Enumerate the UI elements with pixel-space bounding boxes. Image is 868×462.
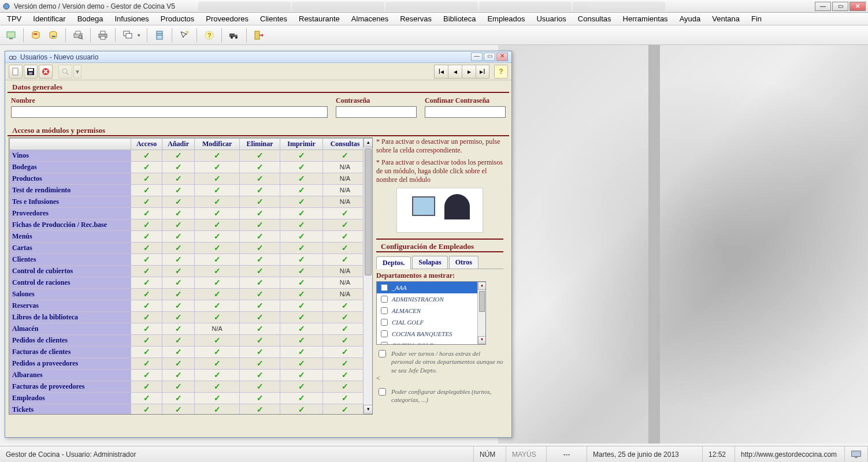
table-row[interactable]: Almacén✓✓N/A✓✓✓ [10,323,368,335]
nav-last-button[interactable]: ▸I [476,65,489,79]
permission-cell[interactable]: ✓ [240,173,280,185]
table-row[interactable]: Vinos✓✓✓✓✓✓ [10,150,368,162]
departamentos-list[interactable]: _AAAADMINISTRACIONALMACENCIAL GOLFCOCINA… [376,281,486,345]
permission-cell[interactable]: ✓ [131,393,162,404]
permission-cell[interactable]: ✓ [195,404,240,415]
toolbar-windows-icon[interactable] [120,28,135,43]
permission-cell[interactable]: ✓ [131,289,162,300]
table-row[interactable]: Clientes✓✓✓✓✓✓ [10,254,368,266]
permission-cell[interactable]: ✓ [323,358,368,370]
permission-cell[interactable]: ✓ [240,231,280,243]
table-row[interactable]: Libros de la biblioteca✓✓✓✓✓✓ [10,312,368,323]
permission-cell[interactable]: ✓ [131,323,162,335]
permission-cell[interactable]: ✓ [240,312,280,323]
permission-cell[interactable]: ✓ [240,381,280,393]
confirmar-input[interactable] [425,106,506,118]
dept-checkbox[interactable] [381,284,388,291]
permission-cell[interactable]: ✓ [162,312,195,323]
menu-identificar[interactable]: Identificar [27,13,71,25]
menu-restaurante[interactable]: Restaurante [293,13,346,25]
toolbar-help-icon[interactable]: ? [202,28,217,43]
permission-cell[interactable]: ✓ [280,300,323,312]
permission-cell[interactable]: ✓ [323,370,368,381]
menu-ventana[interactable]: Ventana [706,13,745,25]
permission-cell[interactable]: ✓ [280,404,323,415]
permission-cell[interactable]: ✓ [195,208,240,219]
permission-cell[interactable]: ✓ [280,185,323,196]
module-name-cell[interactable]: Pedidos de clientes [10,335,131,346]
permission-cell[interactable]: ✓ [162,381,195,393]
inner-close-button[interactable]: ✕ [496,53,508,61]
permission-cell[interactable]: ✓ [323,254,368,266]
permission-cell[interactable]: ✓ [131,300,162,312]
module-name-cell[interactable]: Pedidos a proveedores [10,358,131,370]
permission-cell[interactable]: ✓ [240,300,280,312]
module-name-cell[interactable]: Reservas [10,300,131,312]
permission-cell[interactable]: ✓ [195,173,240,185]
permission-cell[interactable]: ✓ [162,219,195,231]
module-name-cell[interactable]: Proveedores [10,208,131,219]
users-window-titlebar[interactable]: Usuarios - Nuevo usuario — ▭ ✕ [5,51,511,63]
table-row[interactable]: Tes e Infusiones✓✓✓✓✓N/A [10,196,368,208]
inner-help-button[interactable]: ? [494,65,508,79]
permission-cell[interactable]: ✓ [240,358,280,370]
permission-cell[interactable]: ✓ [323,208,368,219]
toolbar-notebook-icon[interactable] [152,28,167,43]
permission-cell[interactable]: ✓ [195,196,240,208]
table-row[interactable]: Facturas de proveedores✓✓✓✓✓✓ [10,381,368,393]
permission-cell[interactable]: ✓ [195,370,240,381]
menu-usuarios[interactable]: Usuarios [531,13,572,25]
permission-cell[interactable]: ✓ [195,162,240,173]
module-name-cell[interactable]: Libros de la biblioteca [10,312,131,323]
contrasena-input[interactable] [336,106,417,118]
table-row[interactable]: Productos✓✓✓✓✓N/A [10,173,368,185]
module-name-cell[interactable]: Control de cubiertos [10,266,131,277]
table-row[interactable]: Albaranes✓✓✓✓✓✓ [10,370,368,381]
dept-scroll-thumb[interactable] [479,291,485,312]
table-row[interactable]: Proveedores✓✓✓✓✓✓ [10,208,368,219]
tab-deptos[interactable]: Deptos. [376,256,411,269]
permission-cell[interactable]: ✓ [280,370,323,381]
permission-cell[interactable]: ✓ [195,243,240,254]
permission-cell[interactable]: ✓ [280,381,323,393]
module-name-cell[interactable]: Control de raciones [10,277,131,289]
permission-cell[interactable]: ✓ [323,231,368,243]
permission-cell[interactable]: ✓ [240,243,280,254]
permission-cell[interactable]: ✓ [195,277,240,289]
emp-check-desplegables-box[interactable] [379,388,386,396]
permission-cell[interactable]: ✓ [280,323,323,335]
permission-cell[interactable]: ✓ [162,358,195,370]
emp-check-desplegables[interactable]: Poder configurar desplegables (turnos, c… [376,388,503,404]
menu-herramientas[interactable]: Herramientas [617,13,674,25]
permission-cell[interactable]: N/A [323,266,368,277]
permission-cell[interactable]: N/A [323,196,368,208]
dept-scrollbar[interactable]: ▴ ▾ [477,282,485,344]
permission-cell[interactable]: ✓ [162,173,195,185]
permission-cell[interactable]: ✓ [240,254,280,266]
permission-cell[interactable]: ✓ [280,196,323,208]
dept-scroll-up[interactable]: ▴ [478,282,486,290]
save-button[interactable] [24,65,38,79]
permission-cell[interactable]: ✓ [162,346,195,358]
nav-next-button[interactable]: ▸ [462,65,476,79]
module-name-cell[interactable]: Facturas de clientes [10,346,131,358]
dept-item[interactable]: COCINA GOLF [377,340,485,345]
permission-cell[interactable]: ✓ [240,404,280,415]
permission-cell[interactable]: ✓ [162,404,195,415]
search-dropdown[interactable]: ▾ [73,65,81,79]
toolbar-print-icon[interactable] [95,28,110,43]
permission-cell[interactable]: ✓ [162,208,195,219]
permission-cell[interactable]: ✓ [195,312,240,323]
permission-cell[interactable]: ✓ [280,208,323,219]
toolbar-windows-dropdown[interactable]: ▾ [138,32,142,38]
permission-cell[interactable]: ✓ [162,162,195,173]
permission-cell[interactable]: N/A [323,185,368,196]
permission-cell[interactable]: ✓ [131,335,162,346]
permissions-table[interactable]: AccesoAñadirModificarEliminarImprimirCon… [9,138,368,415]
menu-clientes[interactable]: Clientes [254,13,293,25]
toolbar-help-context-icon[interactable]: ? [177,28,192,43]
table-row[interactable]: Control de cubiertos✓✓✓✓✓N/A [10,266,368,277]
permission-cell[interactable]: ✓ [240,162,280,173]
module-name-cell[interactable]: Cartas [10,243,131,254]
permission-cell[interactable]: ✓ [323,404,368,415]
